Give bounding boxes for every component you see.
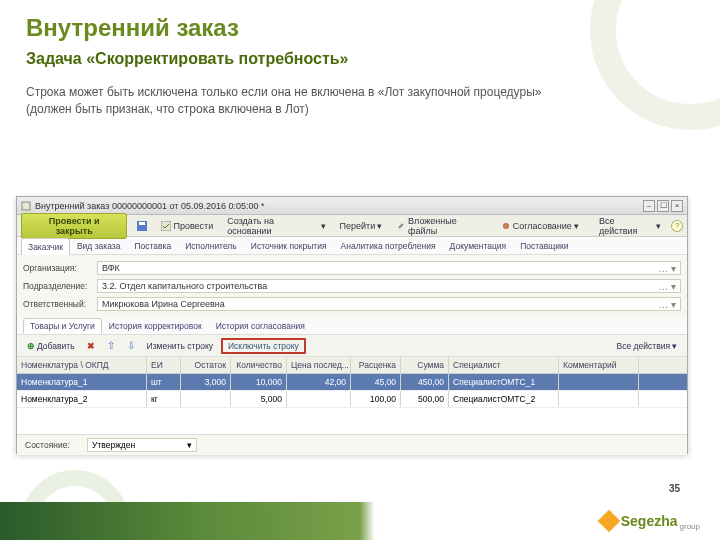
grid-header: Номенклатура \ ОКПД ЕИ Остаток Количеств… [17, 357, 687, 374]
exclude-row-button[interactable]: Исключить строку [221, 338, 306, 354]
col-unit[interactable]: ЕИ [147, 357, 181, 373]
tab-documentation[interactable]: Документация [443, 237, 514, 254]
col-quantity[interactable]: Количество [231, 357, 287, 373]
resp-label: Ответственный: [23, 299, 93, 309]
add-row-button[interactable]: ⊕Добавить [23, 339, 79, 353]
subtab-goods[interactable]: Товары и Услуги [23, 318, 102, 334]
svg-rect-0 [22, 202, 30, 210]
create-based-on-button[interactable]: Создать на основании ▾ [223, 214, 329, 238]
tab-suppliers[interactable]: Поставщики [513, 237, 575, 254]
chevron-down-icon: ▾ [187, 440, 192, 450]
org-lookup-icon[interactable]: … ▾ [658, 263, 676, 274]
slide-title: Внутренний заказ [0, 0, 720, 46]
logo-text: Segezha [621, 513, 678, 529]
table-row[interactable]: Номенклатура_1 шт 3,000 10,000 42,00 45,… [17, 374, 687, 391]
col-comment[interactable]: Комментарий [559, 357, 639, 373]
main-toolbar: Провести и закрыть Провести Создать на о… [17, 215, 687, 237]
status-input[interactable]: Утвержден▾ [87, 438, 197, 452]
approval-button[interactable]: Согласование ▾ [497, 219, 583, 233]
cross-icon: ✖ [87, 341, 95, 351]
grid-toolbar: ⊕Добавить ✖ ⇧ ⇩ Изменить строку Исключит… [17, 335, 687, 357]
diskette-icon [137, 221, 147, 231]
plus-icon: ⊕ [27, 341, 35, 351]
window-icon [21, 201, 31, 211]
tab-delivery[interactable]: Поставка [127, 237, 178, 254]
col-estimate[interactable]: Расценка [351, 357, 401, 373]
attachments-button[interactable]: Вложенные файлы [392, 214, 490, 238]
resp-input[interactable]: Микрюкова Ирина Сергеевна… ▾ [97, 297, 681, 311]
items-grid: Номенклатура \ ОКПД ЕИ Остаток Количеств… [17, 357, 687, 434]
brand-logo: Segezha group [601, 512, 700, 531]
move-up-button[interactable]: ⇧ [103, 338, 119, 353]
col-specialist[interactable]: Специалист [449, 357, 559, 373]
maximize-button[interactable]: ☐ [657, 200, 669, 212]
close-button[interactable]: × [671, 200, 683, 212]
logo-subtext: group [680, 522, 700, 531]
col-price[interactable]: Цена послед... [287, 357, 351, 373]
delete-row-button[interactable]: ✖ [83, 339, 99, 353]
approval-icon [501, 221, 511, 231]
svg-rect-2 [139, 222, 145, 225]
status-label: Состояние: [25, 440, 87, 450]
subtab-corrections[interactable]: История корректировок [102, 318, 209, 334]
status-row: Состояние: Утвержден▾ [17, 434, 687, 455]
tab-analytics[interactable]: Аналитика потребления [334, 237, 443, 254]
save-button[interactable] [133, 219, 151, 233]
window-title: Внутренний заказ 00000000001 от 05.09.20… [35, 201, 639, 211]
subtab-approval-history[interactable]: История согласования [209, 318, 312, 334]
org-input[interactable]: ВФК… ▾ [97, 261, 681, 275]
tab-coverage[interactable]: Источник покрытия [244, 237, 334, 254]
paperclip-icon [396, 221, 406, 231]
post-and-close-button[interactable]: Провести и закрыть [21, 213, 127, 239]
dept-label: Подразделение: [23, 281, 93, 291]
grid-empty-area [17, 408, 687, 434]
app-window: Внутренний заказ 00000000001 от 05.09.20… [16, 196, 688, 454]
col-name[interactable]: Номенклатура \ ОКПД [17, 357, 147, 373]
post-button[interactable]: Провести [157, 219, 217, 233]
table-row[interactable]: Номенклатура_2 кг 5,000 100,00 500,00 Сп… [17, 391, 687, 408]
arrow-down-icon: ⇩ [127, 340, 135, 351]
tab-order-type[interactable]: Вид заказа [70, 237, 128, 254]
tab-executor[interactable]: Исполнитель [178, 237, 244, 254]
svg-point-5 [504, 224, 507, 227]
dept-input[interactable]: 3.2. Отдел капитального строительства… ▾ [97, 279, 681, 293]
task-subtitle: Задача «Скорректировать потребность» [0, 46, 720, 78]
sub-tabs: Товары и Услуги История корректировок Ис… [17, 317, 687, 335]
minimize-button[interactable]: – [643, 200, 655, 212]
goto-button[interactable]: Перейти ▾ [336, 219, 387, 233]
dept-lookup-icon[interactable]: … ▾ [658, 281, 676, 292]
page-number: 35 [669, 483, 680, 494]
edit-row-button[interactable]: Изменить строку [143, 339, 217, 353]
col-sum[interactable]: Сумма [401, 357, 449, 373]
all-actions-button[interactable]: Все действия ▾ [595, 214, 665, 238]
svg-rect-3 [161, 221, 171, 231]
tab-customer[interactable]: Заказчик [21, 238, 70, 255]
col-balance[interactable]: Остаток [181, 357, 231, 373]
post-icon [161, 221, 171, 231]
task-description: Строка может быть исключена только если … [0, 78, 580, 128]
arrow-up-icon: ⇧ [107, 340, 115, 351]
top-tabs: Заказчик Вид заказа Поставка Исполнитель… [17, 237, 687, 255]
help-icon[interactable]: ? [671, 220, 683, 232]
resp-lookup-icon[interactable]: … ▾ [658, 299, 676, 310]
move-down-button[interactable]: ⇩ [123, 338, 139, 353]
logo-diamond-icon [597, 510, 620, 533]
form-fields: Организация: ВФК… ▾ Подразделение: 3.2. … [17, 255, 687, 317]
footer-bar: Segezha group [0, 502, 720, 540]
org-label: Организация: [23, 263, 93, 273]
grid-all-actions-button[interactable]: Все действия ▾ [613, 339, 681, 353]
